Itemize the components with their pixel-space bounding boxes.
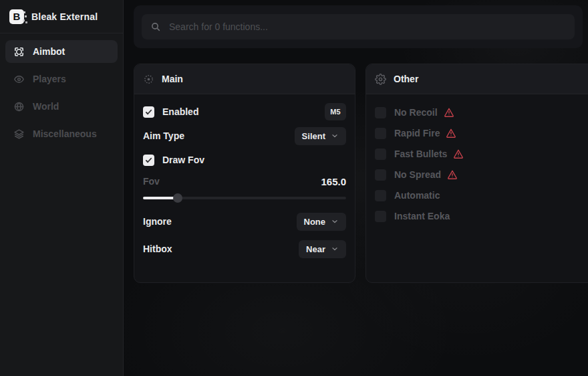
instant-eoka-label: Instant Eoka — [394, 211, 450, 221]
panel-other: Other No Recoil Rapid Fire Fast Bullets — [365, 64, 588, 283]
no-spread-row: No Spread — [375, 167, 587, 182]
ignore-label: Ignore — [143, 216, 172, 227]
no-spread-label: No Spread — [394, 169, 441, 180]
automatic-label: Automatic — [394, 190, 440, 201]
panel-other-body: No Recoil Rapid Fire Fast Bullets No Spr… — [366, 94, 588, 238]
instant-eoka-checkbox[interactable] — [375, 211, 386, 222]
gear-icon — [375, 74, 386, 85]
no-recoil-checkbox[interactable] — [375, 107, 386, 118]
draw-fov-checkbox[interactable] — [143, 155, 154, 166]
sidebar-item-label: Aimbot — [33, 46, 65, 57]
enabled-checkbox[interactable] — [143, 106, 154, 118]
warning-icon — [453, 149, 464, 159]
crosshair-icon — [13, 45, 25, 58]
sidebar-header: B Bleak External — [0, 0, 123, 33]
search-box[interactable] — [142, 14, 575, 39]
no-spread-checkbox[interactable] — [375, 169, 386, 181]
warning-icon — [444, 107, 454, 118]
no-recoil-row: No Recoil — [375, 105, 587, 120]
warning-icon — [447, 169, 458, 180]
sidebar-item-label: World — [33, 101, 59, 112]
chevron-down-icon — [331, 245, 339, 253]
ignore-dropdown[interactable]: None — [297, 213, 347, 231]
automatic-row: Automatic — [375, 188, 587, 203]
automatic-checkbox[interactable] — [375, 190, 386, 201]
sidebar: B Bleak External Aimbot Players — [0, 0, 124, 376]
draw-fov-row: Draw Fov — [143, 151, 346, 169]
rapid-fire-row: Rapid Fire — [375, 126, 587, 140]
fast-bullets-row: Fast Bullets — [375, 147, 587, 161]
layers-icon — [13, 128, 25, 140]
search-input[interactable] — [168, 21, 566, 33]
panel-other-title: Other — [394, 74, 418, 84]
globe-icon — [13, 100, 25, 112]
fov-row: Fov 165.0 — [143, 175, 346, 188]
sidebar-item-players[interactable]: Players — [5, 68, 118, 90]
hitbox-label: Hitbox — [143, 244, 172, 254]
sidebar-item-label: Players — [33, 74, 66, 84]
target-icon — [143, 74, 154, 85]
ignore-row: Ignore None — [143, 212, 346, 231]
chevron-down-icon — [331, 132, 339, 140]
instant-eoka-row: Instant Eoka — [375, 209, 587, 223]
enabled-label: Enabled — [162, 106, 198, 117]
no-recoil-label: No Recoil — [394, 107, 438, 118]
sidebar-item-miscellaneous[interactable]: Miscellaneous — [5, 122, 118, 145]
sidebar-item-world[interactable]: World — [5, 95, 118, 118]
hitbox-dropdown[interactable]: Near — [299, 240, 346, 258]
panel-main: Main Enabled M5 Aim Type Silent — [134, 64, 355, 283]
sidebar-nav: Aimbot Players World — [0, 33, 123, 152]
hitbox-row: Hitbox Near — [143, 240, 346, 258]
search-icon — [150, 21, 161, 32]
aim-type-row: Aim Type Silent — [143, 126, 346, 145]
fov-slider-thumb[interactable] — [173, 193, 182, 203]
fast-bullets-label: Fast Bullets — [394, 149, 447, 159]
panel-other-header: Other — [366, 64, 588, 94]
app-title: Bleak External — [31, 11, 98, 22]
aim-type-label: Aim Type — [143, 130, 184, 141]
search-container — [134, 5, 583, 48]
panel-main-title: Main — [162, 74, 183, 84]
sidebar-item-aimbot[interactable]: Aimbot — [5, 40, 118, 63]
ignore-value: None — [304, 217, 326, 227]
fov-slider-fill — [143, 197, 178, 199]
fov-label: Fov — [143, 176, 160, 187]
fast-bullets-checkbox[interactable] — [375, 149, 386, 160]
rapid-fire-label: Rapid Fire — [394, 128, 440, 138]
aim-type-value: Silent — [302, 131, 325, 141]
chevron-down-icon — [331, 217, 339, 225]
sidebar-item-label: Miscellaneous — [33, 128, 97, 139]
eye-icon — [13, 73, 25, 85]
enabled-keybind-button[interactable]: M5 — [325, 103, 346, 120]
hitbox-value: Near — [306, 244, 325, 254]
fov-value: 165.0 — [321, 176, 346, 187]
panel-main-header: Main — [134, 64, 355, 94]
enabled-row: Enabled M5 — [143, 102, 346, 121]
draw-fov-label: Draw Fov — [162, 155, 204, 165]
warning-icon — [446, 128, 456, 138]
aim-type-dropdown[interactable]: Silent — [295, 127, 346, 145]
panel-main-body: Enabled M5 Aim Type Silent Draw Fov Fov … — [134, 94, 355, 266]
fov-slider[interactable] — [143, 193, 346, 203]
app-logo-icon: B — [9, 9, 24, 24]
rapid-fire-checkbox[interactable] — [375, 128, 386, 139]
